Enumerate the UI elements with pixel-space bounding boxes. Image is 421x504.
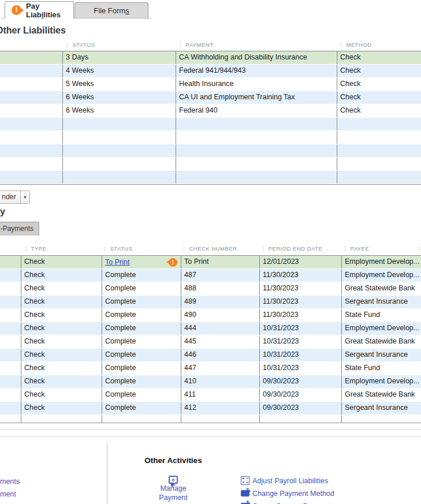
to-print-link[interactable]: To Print: [105, 256, 129, 268]
liability-row[interactable]: 6 WeeksCA UI and Employment Training Tax…: [0, 91, 421, 104]
liability-row[interactable]: [0, 144, 421, 158]
column-grip-icon[interactable]: ⋮: [178, 42, 184, 48]
cell: Check: [21, 389, 102, 401]
adjust-payroll-liabilities-link[interactable]: +−×÷ Adjust Payroll Liabilities: [241, 476, 335, 486]
liability-row[interactable]: 6 WeeksFederal 940Check: [0, 104, 421, 118]
payment-reminder-dropdown-button[interactable]: nder ▼: [0, 191, 30, 204]
cell: [176, 118, 337, 130]
liability-row[interactable]: 3 DaysCA Withholding and Disability Insu…: [0, 51, 421, 65]
liability-row[interactable]: [0, 131, 421, 144]
cell: [337, 131, 421, 144]
cell: Check: [21, 362, 102, 375]
cell: Sergeant Insurance: [341, 402, 421, 415]
tab-file-forms[interactable]: File Forms: [74, 2, 148, 18]
cell: 5 Weeks: [62, 78, 176, 91]
cell: 412: [181, 402, 259, 415]
cell: Check: [337, 65, 421, 77]
payment-row[interactable]: CheckComplete41009/30/2023Employment Dev…: [0, 375, 421, 389]
dropdown-button-label: nder: [0, 191, 20, 203]
column-grip-icon[interactable]: ⋮: [416, 245, 421, 252]
cell: [62, 158, 176, 170]
column-header-method[interactable]: ⋮METHOD: [338, 42, 372, 48]
liability-row[interactable]: [0, 171, 421, 184]
liability-row[interactable]: 5 WeeksHealth InsuranceCheck: [0, 78, 421, 91]
column-grip-icon[interactable]: ⋮: [260, 246, 266, 252]
cell: Great Statewide Bank: [341, 282, 421, 295]
column-grip-icon[interactable]: ⋮: [181, 246, 187, 252]
cell: Sergeant Insurance: [341, 296, 421, 308]
cell: [176, 171, 337, 184]
column-grip-icon[interactable]: ⋮: [23, 246, 29, 252]
cell: [176, 144, 337, 157]
dropdown-arrow-icon[interactable]: ▼: [20, 191, 29, 203]
cell: [0, 256, 21, 268]
payment-row[interactable]: CheckComplete41209/30/2023Sergeant Insur…: [0, 402, 421, 415]
cell: [0, 349, 21, 361]
cell: Check: [337, 78, 421, 91]
cell: To Print: [181, 256, 259, 268]
column-header-status[interactable]: ⋮STATUS: [102, 245, 133, 252]
cell: 10/31/2023: [259, 335, 341, 348]
liability-row[interactable]: [0, 158, 421, 171]
payment-row[interactable]: CheckComplete49011/30/2023State Fund: [0, 309, 421, 322]
cell: [0, 171, 62, 184]
manage-link-line2[interactable]: Payment Methods: [159, 494, 187, 504]
cell: Complete: [102, 349, 181, 361]
column-grip-icon[interactable]: ⋮: [102, 246, 108, 252]
column-header-status[interactable]: ⋮STATUS: [65, 42, 95, 48]
column-header-type[interactable]: ⋮TYPE: [23, 245, 46, 252]
tab-pay-liabilities[interactable]: ! Pay Liabilities: [5, 1, 74, 18]
cell: To Print!: [102, 256, 181, 268]
column-grip-icon[interactable]: ⋮: [65, 42, 70, 48]
cell: Check: [21, 349, 102, 361]
column-header-payee[interactable]: ⋮PAYEE: [342, 245, 369, 252]
payment-row[interactable]: CheckComplete41109/30/2023Great Statewid…: [0, 389, 421, 402]
cell: [0, 415, 21, 423]
quick-guide-link-payment[interactable]: ment: [0, 490, 16, 498]
payment-row[interactable]: CheckComplete44710/31/2023State Fund: [0, 362, 421, 375]
column-grip-icon[interactable]: ⋮: [338, 42, 344, 48]
payment-history-title: y: [0, 207, 5, 217]
change-payment-method-link[interactable]: Change Payment Method: [241, 488, 335, 498]
cell: 11/30/2023: [259, 296, 341, 308]
cell: 11/30/2023: [259, 309, 341, 322]
cell: Employment Develop...: [341, 375, 421, 388]
other-activities-title: Other Activities: [133, 456, 214, 465]
cell: 09/30/2023: [259, 389, 341, 401]
tab-e-payments[interactable]: -Payments: [0, 222, 39, 236]
payment-row[interactable]: CheckComplete48711/30/2023Employment Dev…: [0, 269, 421, 282]
cell: State Fund: [341, 362, 421, 375]
column-grip-icon[interactable]: ⋮: [342, 246, 348, 252]
cell: Health Insurance: [176, 78, 337, 91]
cell: Complete: [102, 282, 181, 295]
column-header-payment[interactable]: ⋮PAYMENT: [178, 42, 214, 48]
column-header-check-number[interactable]: ⋮CHECK NUMBER: [181, 245, 237, 252]
cell: Check: [337, 51, 421, 64]
column-header-period-end-date[interactable]: ⋮PERIOD END DATE: [260, 245, 322, 252]
cell: Check: [21, 309, 102, 322]
cell: Complete: [102, 335, 181, 348]
payment-row[interactable]: CheckComplete48811/30/2023Great Statewid…: [0, 282, 421, 296]
payment-row[interactable]: CheckComplete44610/31/2023Sergeant Insur…: [0, 349, 421, 362]
create-custom-payments-link[interactable]: Create Custom Payments: [241, 501, 335, 504]
payment-row-partial[interactable]: [0, 415, 421, 423]
cell: Employment Develop...: [341, 256, 421, 268]
cell: 6 Weeks: [62, 104, 176, 117]
cell: [0, 335, 21, 348]
manage-payment-methods-link[interactable]: e Manage Payment Methods: [146, 475, 201, 504]
tab-pay-liabilities-label: Pay Liabilities: [26, 2, 73, 19]
cell: 489: [181, 296, 259, 308]
payment-row[interactable]: CheckComplete44510/31/2023Great Statewid…: [0, 335, 421, 349]
liability-row[interactable]: 4 WeeksFederal 941/944/943Check: [0, 65, 421, 78]
cell: [0, 118, 62, 130]
payment-row[interactable]: CheckTo Print!To Print12/01/2023Employme…: [0, 256, 421, 269]
cell: [21, 415, 102, 423]
liability-row[interactable]: [0, 118, 421, 131]
cell: 09/30/2023: [259, 402, 341, 415]
cell: 12/01/2023: [259, 256, 341, 268]
payment-row[interactable]: CheckComplete44410/31/2023Employment Dev…: [0, 322, 421, 335]
payment-row[interactable]: CheckComplete48911/30/2023Sergeant Insur…: [0, 296, 421, 309]
cell: [0, 144, 62, 157]
payment-history-table: CheckTo Print!To Print12/01/2023Employme…: [0, 255, 421, 423]
quick-guide-link-payments[interactable]: ments: [0, 477, 20, 486]
